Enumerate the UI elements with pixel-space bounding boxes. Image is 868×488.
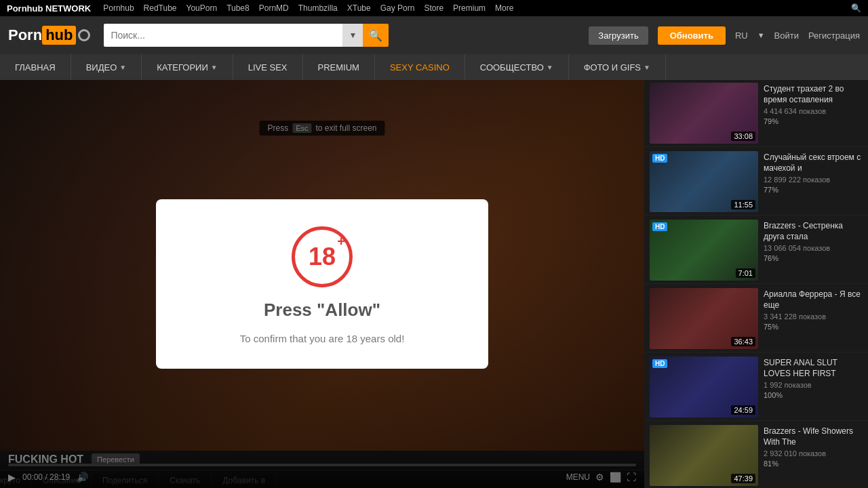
nav-arrow-photos: ▼: [644, 64, 650, 71]
nav-item-livesex[interactable]: LIVE SEX: [233, 54, 303, 80]
thumb-info-5: Brazzers - Wife Showers With The 2 932 0…: [764, 425, 863, 486]
network-link-xtube[interactable]: XTube: [347, 3, 371, 13]
thumb-duration-3: 36:43: [731, 337, 755, 346]
thumb-title-2: Brazzers - Сестренка друга стала: [764, 221, 863, 242]
lang-arrow-icon[interactable]: ▼: [757, 31, 765, 39]
thumb-image-3: 36:43: [650, 288, 758, 349]
network-link-more[interactable]: More: [495, 3, 513, 13]
network-link-tube8[interactable]: Tube8: [226, 3, 250, 13]
logo[interactable]: Pornhub: [8, 26, 90, 45]
network-link-pornhub[interactable]: Pornhub: [103, 3, 134, 13]
age-number: 18: [309, 245, 336, 269]
nav-item-community[interactable]: СООБЩЕСТВО ▼: [465, 54, 569, 80]
logo-dot: [78, 29, 90, 41]
thumb-rating-1: 77%: [764, 186, 863, 194]
thumb-views-4: 1 992 показов: [764, 381, 863, 389]
thumb-duration-0: 33:08: [731, 131, 755, 141]
network-link-thumbzilla[interactable]: Thumbzilla: [298, 3, 338, 13]
network-link-redtube[interactable]: RedTube: [144, 3, 177, 13]
thumb-item-1[interactable]: HD 11:55 Случайный секс втроем с мачехой…: [644, 148, 868, 216]
nav-item-video[interactable]: ВИДЕО ▼: [71, 54, 142, 80]
thumb-title-1: Случайный секс втроем с мачехой и: [764, 152, 863, 174]
age-circle: 18 +: [292, 226, 353, 287]
nav-item-sexy-casino[interactable]: SEXY CASINO: [375, 54, 465, 80]
nav-arrow-community: ▼: [547, 64, 553, 71]
logo-hub: hub: [42, 26, 76, 45]
thumb-image-0: 33:08: [650, 83, 758, 144]
nav-label-photos: ФОТО И GIFS: [584, 62, 641, 73]
thumb-rating-2: 76%: [764, 254, 863, 262]
network-link-store[interactable]: Store: [424, 3, 443, 13]
nav-label-home: ГЛАВНАЯ: [15, 62, 56, 73]
thumb-item-5[interactable]: 47:39 Brazzers - Wife Showers With The 2…: [644, 422, 868, 488]
nav-arrow-categories: ▼: [211, 64, 218, 71]
thumb-views-3: 3 341 228 показов: [764, 312, 863, 321]
thumb-item-2[interactable]: HD 7:01 Brazzers - Сестренка друга стала…: [644, 217, 868, 284]
nav-arrow-video: ▼: [119, 64, 126, 71]
sidebar: 33:08 Студент трахает 2 во время оставле…: [644, 80, 868, 488]
age-icon: 18 +: [292, 226, 353, 287]
thumb-info-2: Brazzers - Сестренка друга стала 13 066 …: [764, 220, 863, 281]
thumb-image-2: HD 7:01: [650, 220, 758, 281]
thumb-title-4: SUPER ANAL SLUT LOVES HER FIRST: [764, 358, 863, 379]
age-verification-modal: 18 + Press "Allow" To confirm that you a…: [156, 199, 488, 369]
thumb-hd-badge-1: HD: [652, 154, 667, 163]
thumb-duration-1: 11:55: [731, 200, 755, 209]
header-right: Загрузить Обновить RU ▼ Войти Регистраци…: [589, 26, 860, 45]
search-dropdown[interactable]: ▼: [342, 24, 363, 47]
network-link-premium[interactable]: Premium: [453, 3, 486, 13]
thumb-hd-badge-2: HD: [652, 222, 667, 231]
thumb-item-0[interactable]: 33:08 Студент трахает 2 во время оставле…: [644, 80, 868, 147]
thumb-item-4[interactable]: HD 24:59 SUPER ANAL SLUT LOVES HER FIRST…: [644, 354, 868, 421]
nav-label-community: СООБЩЕСТВО: [480, 62, 544, 73]
nav-item-categories[interactable]: КАТЕГОРИИ ▼: [142, 54, 233, 80]
nav-item-premium[interactable]: PREMIUM: [303, 54, 375, 80]
thumb-title-3: Ариалла Феррера - Я все еще: [764, 289, 863, 310]
network-brand: Pornhub NETWORK: [7, 3, 91, 14]
nav-label-sexy-casino: SEXY CASINO: [390, 62, 450, 73]
search-input[interactable]: [104, 24, 342, 47]
video-area: Press Esc to exit full screen 18 + Press…: [0, 80, 644, 488]
signin-button[interactable]: Войти: [774, 30, 799, 41]
thumb-image-4: HD 24:59: [650, 357, 758, 418]
thumb-rating-4: 100%: [764, 391, 863, 399]
nav-item-photos[interactable]: ФОТО И GIFS ▼: [569, 54, 666, 80]
thumb-views-5: 2 932 010 показов: [764, 449, 863, 458]
logo-porn: Porn: [8, 26, 42, 44]
network-search-icon[interactable]: 🔍: [851, 3, 861, 13]
thumb-duration-4: 24:59: [731, 405, 755, 415]
register-button[interactable]: Регистрация: [808, 30, 860, 41]
nav-item-home[interactable]: ГЛАВНАЯ: [0, 54, 71, 80]
modal-overlay: 18 + Press "Allow" To confirm that you a…: [0, 80, 644, 488]
search-bar: ▼ 🔍: [104, 24, 389, 47]
header: Pornhub ▼ 🔍 Загрузить Обновить RU ▼ Войт…: [0, 16, 868, 54]
language-selector[interactable]: RU: [735, 30, 748, 41]
nav-bar: ГЛАВНАЯ ВИДЕО ▼ КАТЕГОРИИ ▼ LIVE SEX PRE…: [0, 54, 868, 80]
search-button[interactable]: 🔍: [363, 24, 389, 47]
thumb-title-0: Студент трахает 2 во время оставления: [764, 84, 863, 105]
thumb-hd-badge-4: HD: [652, 359, 667, 368]
thumb-item-3[interactable]: 36:43 Ариалла Феррера - Я все еще 3 341 …: [644, 285, 868, 352]
thumb-info-3: Ариалла Феррера - Я все еще 3 341 228 по…: [764, 288, 863, 349]
thumb-rating-0: 79%: [764, 117, 863, 125]
network-link-youporn[interactable]: YouPorn: [186, 3, 218, 13]
thumb-views-1: 12 899 222 показов: [764, 176, 863, 184]
thumb-info-0: Студент трахает 2 во время оставления 4 …: [764, 83, 863, 144]
nav-label-premium: PREMIUM: [318, 62, 359, 73]
thumb-views-0: 4 414 634 показов: [764, 107, 863, 115]
thumb-info-4: SUPER ANAL SLUT LOVES HER FIRST 1 992 по…: [764, 357, 863, 418]
thumb-rating-5: 81%: [764, 460, 863, 468]
age-plus: +: [337, 234, 345, 249]
network-link-gayporn[interactable]: Gay Porn: [380, 3, 415, 13]
thumb-views-2: 13 066 054 показов: [764, 244, 863, 252]
network-link-pornmd[interactable]: PornMD: [259, 3, 289, 13]
update-button[interactable]: Обновить: [658, 26, 726, 45]
thumb-image-1: HD 11:55: [650, 151, 758, 212]
upload-button[interactable]: Загрузить: [589, 26, 648, 45]
thumb-info-1: Случайный секс втроем с мачехой и 12 899…: [764, 151, 863, 212]
main-content: Press Esc to exit full screen 18 + Press…: [0, 80, 868, 488]
thumb-image-5: 47:39: [650, 425, 758, 486]
thumb-rating-3: 75%: [764, 323, 863, 331]
thumb-duration-5: 47:39: [731, 474, 755, 483]
nav-label-livesex: LIVE SEX: [248, 62, 288, 73]
